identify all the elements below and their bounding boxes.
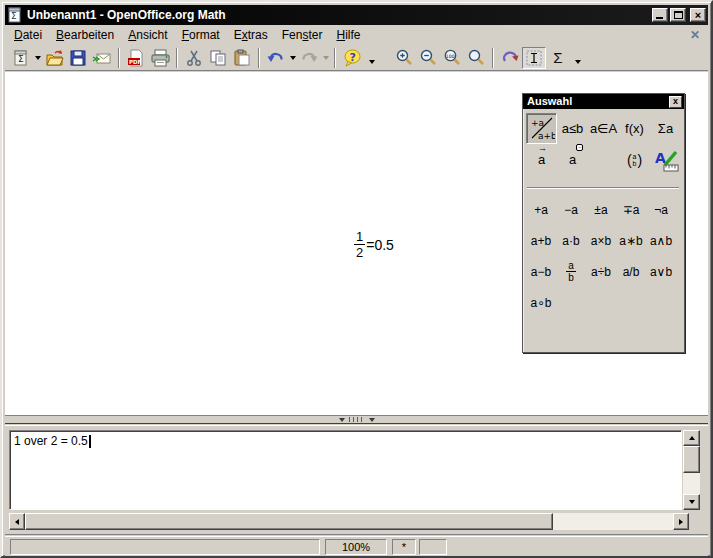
- help-button[interactable]: ?: [340, 47, 364, 69]
- toolbar-overflow-button[interactable]: [572, 46, 584, 70]
- horizontal-scrollbar[interactable]: [9, 513, 689, 530]
- zoom-in-icon: [395, 48, 414, 67]
- category-set-operations[interactable]: a∈A: [588, 113, 619, 144]
- sigma-icon: Σ: [553, 49, 562, 66]
- status-groove: [5, 534, 708, 537]
- selection-palette: Auswahl x +aa+ba≤ba∈Af(x)Σa→aa···(ab)A +…: [522, 93, 685, 353]
- scroll-track[interactable]: [683, 473, 700, 494]
- window-splitter[interactable]: [5, 415, 708, 424]
- new-document-button[interactable]: Σ: [9, 47, 33, 69]
- category-formats[interactable]: A: [650, 144, 681, 175]
- category-others[interactable]: a···: [557, 144, 588, 175]
- symbol-a∨b[interactable]: a∨b: [646, 256, 676, 287]
- close-button[interactable]: ×: [690, 8, 706, 22]
- scroll-up-button[interactable]: [683, 430, 700, 446]
- menu-fenster[interactable]: Fenster: [275, 26, 330, 44]
- category-unary-binary-operators[interactable]: +aa+b: [526, 113, 557, 144]
- save-button[interactable]: [66, 47, 90, 69]
- symbol-a∘b[interactable]: a∘b: [526, 287, 556, 318]
- toolbar-overflow-button[interactable]: [366, 46, 378, 70]
- menu-extras[interactable]: Extras: [227, 26, 275, 44]
- symbol-¬a[interactable]: ¬a: [646, 194, 676, 225]
- maximize-button[interactable]: [670, 8, 686, 22]
- symbol-a−b[interactable]: a−b: [526, 256, 556, 287]
- svg-text:Σ: Σ: [18, 54, 24, 64]
- vertical-scrollbar[interactable]: [683, 430, 700, 510]
- symbols-button[interactable]: Σ: [546, 47, 570, 69]
- refresh-button[interactable]: [498, 47, 522, 69]
- splitter-handle-icon: [339, 415, 375, 425]
- symbol-−a[interactable]: −a: [556, 194, 586, 225]
- document-close-icon[interactable]: ✕: [690, 28, 700, 42]
- menu-format[interactable]: Format: [175, 26, 227, 44]
- symbol-∓a[interactable]: ∓a: [616, 194, 646, 225]
- menu-ansicht[interactable]: Ansicht: [121, 26, 174, 44]
- redo-button[interactable]: [297, 47, 321, 69]
- minimize-button[interactable]: [652, 8, 668, 22]
- undo-dropdown[interactable]: [288, 47, 297, 69]
- command-editor[interactable]: 1 over 2 = 0.5: [9, 430, 682, 510]
- export-pdf-button[interactable]: PDF: [124, 47, 148, 69]
- category-operators[interactable]: Σa: [650, 113, 681, 144]
- paste-button[interactable]: [230, 47, 254, 69]
- zoom-in-button[interactable]: [392, 47, 416, 69]
- symbol-+a[interactable]: +a: [526, 194, 556, 225]
- undo-button[interactable]: [264, 47, 288, 69]
- symbol-a·b[interactable]: a·b: [556, 225, 586, 256]
- palette-symbol-grid: +a−a±a∓a¬aa+ba·ba×ba∗ba∧ba−baba÷ba/ba∨ba…: [526, 194, 682, 318]
- symbol-fraction[interactable]: ab: [556, 256, 586, 287]
- copy-icon: [209, 49, 227, 67]
- category-relations[interactable]: a≤b: [557, 113, 588, 144]
- svg-text:Σ: Σ: [11, 11, 17, 21]
- document-area[interactable]: 1 2 =0.5 Auswahl x +aa+ba≤ba∈Af(x)Σa→aa·…: [5, 72, 708, 415]
- zoom-out-button[interactable]: [416, 47, 440, 69]
- palette-separator: [527, 187, 679, 189]
- symbol-a∧b[interactable]: a∧b: [646, 225, 676, 256]
- main-toolbar: Σ: [5, 45, 708, 71]
- symbol-a+b[interactable]: a+b: [526, 225, 556, 256]
- menu-bearbeiten[interactable]: Bearbeiten: [49, 26, 121, 44]
- zoom-100-button[interactable]: 100: [440, 47, 464, 69]
- save-icon: [69, 49, 87, 67]
- symbol-a×b[interactable]: a×b: [586, 225, 616, 256]
- formula-cursor-button[interactable]: [522, 47, 546, 69]
- print-button[interactable]: [148, 47, 172, 69]
- symbol-±a[interactable]: ±a: [586, 194, 616, 225]
- toolbar-separator: [492, 48, 494, 68]
- scroll-right-button[interactable]: [673, 513, 689, 530]
- horizontal-scroll-thumb[interactable]: [25, 513, 553, 530]
- redo-dropdown[interactable]: [321, 47, 330, 69]
- scroll-down-button[interactable]: [683, 494, 700, 510]
- menu-hilfe[interactable]: Hilfe: [329, 26, 367, 44]
- scroll-left-button[interactable]: [9, 513, 25, 530]
- arrow-left-icon: [12, 519, 19, 525]
- vertical-scroll-thumb[interactable]: [683, 446, 700, 473]
- category-functions[interactable]: f(x): [619, 113, 650, 144]
- new-document-dropdown[interactable]: [33, 47, 42, 69]
- app-window: Σ Unbenannt1 - OpenOffice.org Math × Dat…: [0, 0, 713, 558]
- category-attributes[interactable]: →a: [526, 144, 557, 175]
- category-brackets[interactable]: (ab): [619, 144, 650, 175]
- svg-text:?: ?: [349, 50, 355, 63]
- email-icon: [92, 49, 112, 67]
- menu-datei[interactable]: Datei: [7, 26, 49, 44]
- refresh-icon: [501, 49, 520, 67]
- print-icon: [151, 49, 170, 67]
- palette-close-button[interactable]: x: [669, 96, 682, 108]
- symbol-a÷b[interactable]: a÷b: [586, 256, 616, 287]
- status-panel-empty: [10, 539, 320, 555]
- toolbar-separator: [258, 48, 260, 68]
- cut-button[interactable]: [182, 47, 206, 69]
- close-icon: ×: [695, 10, 701, 21]
- toolbar-separator: [176, 48, 178, 68]
- palette-title-bar[interactable]: Auswahl x: [523, 94, 684, 109]
- scroll-track[interactable]: [553, 513, 673, 530]
- symbol-a∗b[interactable]: a∗b: [616, 225, 646, 256]
- status-zoom[interactable]: 100%: [325, 539, 387, 555]
- open-button[interactable]: [42, 47, 66, 69]
- symbol-a/b[interactable]: a/b: [616, 256, 646, 287]
- chevron-down-icon: [575, 60, 581, 67]
- zoom-button[interactable]: [464, 47, 488, 69]
- copy-button[interactable]: [206, 47, 230, 69]
- email-button[interactable]: [90, 47, 114, 69]
